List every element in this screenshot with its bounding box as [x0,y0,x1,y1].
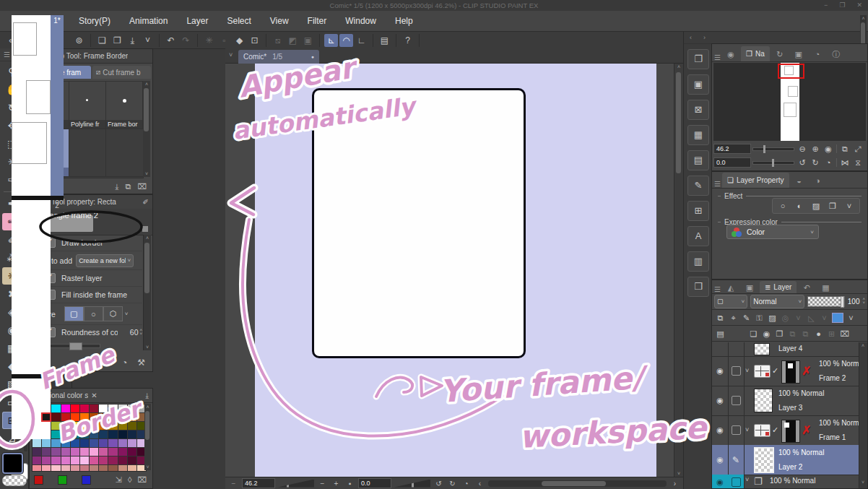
save-more-icon[interactable]: ˅ [141,34,155,47]
roundness-value[interactable]: 60 [130,328,139,337]
fit-to-screen-icon[interactable]: ⧉ [838,144,851,154]
zoom-value-field[interactable]: 46.2 [242,478,275,488]
recent-color-green[interactable] [58,475,67,485]
color-swatch[interactable] [118,430,127,438]
color-swatch[interactable] [108,439,117,447]
color-swatch[interactable] [80,422,89,430]
navigator-rotation-value[interactable]: 0.0 [713,157,751,168]
scroll-up-icon[interactable]: ˄ [143,81,150,87]
selection-launcher-icon[interactable]: ▣ [301,34,315,47]
tab-item-bank[interactable]: ▣ [790,48,807,61]
color-swatch[interactable] [42,439,51,447]
rotate-right-icon[interactable]: ↻ [447,480,458,488]
zoom-in-icon[interactable]: + [331,480,342,488]
zoom-reset-icon[interactable]: ◉ [822,144,835,154]
ruler-range-icon[interactable]: ◺ [805,311,817,324]
layer-color-swatch[interactable] [832,313,843,323]
collapse-icon[interactable]: − [228,480,239,488]
color-swatch[interactable] [99,465,108,472]
color-swatch[interactable] [108,456,117,464]
color-swatch[interactable] [90,465,98,472]
mask-to-selection-icon[interactable]: ⊞ [825,327,838,340]
page-thumbnail-3[interactable] [12,378,51,439]
sub-tool-detail-icon[interactable]: ⚒ [137,358,145,368]
transfer-to-below-icon[interactable]: ⧉ [786,327,799,340]
figure-rectangle-button[interactable]: ▢ [64,306,84,321]
effect-more-icon[interactable]: ˅ [842,200,856,212]
color-swatch[interactable] [128,456,136,464]
page-number-2[interactable]: 2 [51,200,64,374]
rotate-reset-icon[interactable]: ◔ [461,480,472,488]
color-swatch[interactable] [99,439,108,447]
zoom-slider[interactable] [278,480,314,488]
tab-search-layer[interactable]: ▣ [741,282,758,293]
menu-icon[interactable]: ☰ [4,51,10,59]
scroll-up-icon[interactable]: ˄ [859,342,867,349]
menu-layer[interactable]: Layer [177,16,217,26]
tab-navigator[interactable]: ❐ Na [741,46,770,61]
close-button[interactable]: ✕ [856,0,862,11]
layer-thumbnail[interactable] [754,447,774,473]
scroll-left-icon[interactable]: ‹ [474,480,485,488]
spin-down-icon[interactable]: ˅ [862,301,865,305]
expression-color-dropdown[interactable]: Color ˅ [726,225,819,239]
color-swatch[interactable] [90,413,98,421]
rotation-slider[interactable] [394,480,430,488]
color-swatch[interactable] [61,439,70,447]
tab-layer-property[interactable]: ❏ Layer Property [722,173,789,188]
snap-ruler-icon[interactable]: ⊾ [324,34,338,47]
frame-border-object[interactable] [312,88,526,358]
subtool-item-polyline[interactable]: Polyline fr [69,82,106,129]
expand-chevron-icon[interactable]: ˅ [745,426,749,433]
tab-tone-curve[interactable]: ◒ [791,174,808,188]
slider-handle[interactable] [69,342,82,350]
tab-list-icon[interactable]: ˅ [229,51,233,59]
navigator-rotation-slider[interactable] [752,161,794,165]
crop-icon[interactable]: ⊡ [248,34,261,47]
rotate-reset-icon[interactable]: ◔ [822,158,835,167]
tab-animation[interactable]: ▦ [817,282,834,293]
color-swatch[interactable] [51,465,60,472]
color-swatch[interactable] [118,439,127,447]
menu-icon[interactable]: ☰ [714,180,721,188]
color-swatch[interactable] [118,413,127,421]
color-swatch[interactable] [71,430,79,438]
color-swatch[interactable] [71,404,79,412]
color-swatch[interactable] [51,456,60,464]
close-icon[interactable]: ✕ [91,391,97,399]
color-swatch[interactable] [80,448,89,456]
lock-layer-icon[interactable]: ⚿ [753,311,765,324]
color-swatch[interactable] [61,448,70,456]
delete-layer-icon[interactable]: ⌧ [838,327,851,340]
layer-row-frame-2[interactable]: ◉ ˅ ✓ ✗ 100 % Norm Frame 2 [712,356,861,386]
flip-horizontal-icon[interactable]: ⋈ [838,158,851,168]
frame-mask-thumbnail[interactable] [781,360,800,384]
new-file-icon[interactable]: ❏ [95,34,109,47]
color-swatch[interactable] [99,413,108,421]
color-swatch[interactable] [71,422,79,430]
color-swatch[interactable] [42,456,51,464]
scroll-down-icon[interactable]: ˅ [144,344,151,350]
canvas-tab[interactable]: Comic* 1/5 ● [238,50,319,64]
replace-color-icon[interactable]: ⇲ [116,475,122,485]
color-swatch[interactable] [80,413,89,421]
color-swatch[interactable] [90,456,98,464]
palette-color-dropdown[interactable]: ▢ ˅ [714,295,747,308]
tab-extract-line[interactable]: ◑ [810,174,827,188]
blend-mode-dropdown[interactable]: Normal ˅ [750,295,804,308]
menu-icon[interactable]: ☰ [714,285,721,293]
check-icon[interactable]: ✓ [772,425,778,435]
color-swatch[interactable] [90,448,98,456]
scroll-up-icon[interactable]: ˄ [144,235,151,241]
color-swatch[interactable] [51,439,60,447]
layer-color-more-icon[interactable]: ˅ [845,311,857,324]
color-swatch[interactable] [71,439,79,447]
menu-window[interactable]: Window [336,16,386,26]
layer-row-frame-1[interactable]: ◉ ˅ ✓ ✗ 100 % Norm Frame 1 [712,415,861,446]
color-swatch[interactable] [128,448,136,456]
dock-image-icon[interactable]: ▥ [687,251,709,272]
layer-row-layer-4[interactable]: Layer 4 [712,342,861,357]
tab-sub-view[interactable]: ↻ [771,48,789,61]
layer-list-scrollbar[interactable]: ˄ ˅ [859,342,867,488]
scroll-right-icon[interactable]: › [669,480,680,488]
